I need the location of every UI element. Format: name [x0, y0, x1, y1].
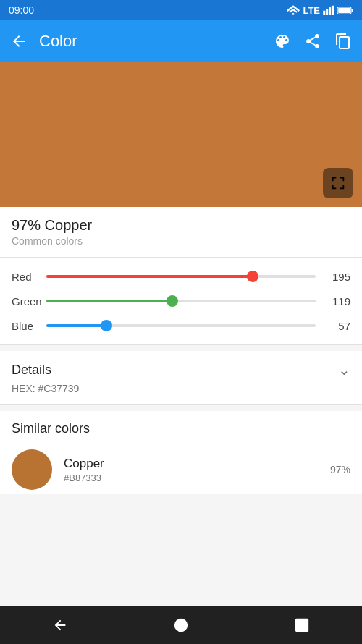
nav-back-button[interactable]	[38, 611, 83, 639]
app-bar-actions	[274, 33, 352, 50]
svg-rect-7	[338, 7, 350, 12]
red-track	[46, 275, 316, 278]
battery-icon	[337, 6, 353, 15]
svg-rect-2	[326, 9, 328, 15]
share-button[interactable]	[304, 33, 321, 50]
green-value: 119	[324, 295, 350, 308]
svg-point-8	[174, 619, 188, 632]
svg-point-0	[292, 13, 295, 15]
green-label: Green	[12, 295, 46, 308]
green-slider[interactable]	[46, 294, 316, 308]
palette-button[interactable]	[274, 33, 291, 50]
red-slider[interactable]	[46, 269, 316, 284]
signal-icon	[323, 5, 334, 15]
svg-rect-1	[323, 11, 325, 15]
svg-rect-9	[295, 619, 308, 632]
blue-track	[46, 324, 316, 327]
similar-colors-title: Similar colors	[12, 421, 350, 436]
svg-rect-4	[332, 6, 334, 15]
lte-label: LTE	[303, 5, 320, 16]
details-title: Details	[12, 363, 51, 378]
wifi-icon	[287, 5, 300, 15]
blue-slider-row: Blue 57	[12, 318, 350, 333]
red-thumb	[247, 271, 258, 282]
blue-fill	[46, 324, 106, 327]
app-bar-title: Color	[39, 32, 77, 51]
color-item-info: Copper #B87333	[64, 457, 319, 483]
details-header[interactable]: Details ⌄	[12, 361, 350, 378]
blue-slider[interactable]	[46, 318, 316, 333]
list-item[interactable]: Copper #B87333 97%	[12, 445, 350, 494]
sliders-section: Red 195 Green 119 Blue 57	[0, 258, 362, 344]
nav-home-button[interactable]	[159, 611, 203, 639]
divider-3	[0, 404, 362, 405]
status-icons: LTE	[287, 5, 353, 16]
back-button[interactable]	[10, 33, 28, 50]
chevron-down-icon: ⌄	[338, 361, 350, 378]
blue-label: Blue	[12, 320, 46, 332]
red-label: Red	[12, 271, 46, 283]
copy-button[interactable]	[334, 33, 352, 50]
divider-2	[0, 344, 362, 345]
app-bar-left: Color	[10, 32, 77, 51]
green-thumb	[167, 295, 178, 307]
svg-rect-6	[352, 9, 353, 12]
blue-thumb	[101, 320, 112, 331]
status-time: 09:00	[9, 4, 34, 16]
status-bar: 09:00 LTE	[0, 0, 362, 20]
blue-value: 57	[324, 320, 350, 332]
similar-colors-section: Similar colors Copper #B87333 97%	[0, 411, 362, 494]
expand-button[interactable]	[323, 168, 353, 198]
green-fill	[46, 300, 172, 302]
red-value: 195	[324, 271, 350, 283]
details-section: Details ⌄ HEX: #C37739	[0, 351, 362, 404]
color-item-hex: #B87333	[64, 473, 319, 483]
nav-recent-button[interactable]	[279, 611, 324, 639]
hex-value: HEX: #C37739	[12, 383, 350, 394]
color-preview	[0, 62, 362, 207]
app-bar: Color	[0, 20, 362, 62]
common-colors-label: Common colors	[12, 234, 350, 254]
svg-rect-3	[329, 7, 331, 15]
red-slider-row: Red 195	[12, 269, 350, 284]
color-circle	[12, 449, 52, 490]
color-similarity: 97%	[330, 464, 350, 475]
color-item-name: Copper	[64, 457, 319, 471]
green-track	[46, 300, 316, 302]
green-slider-row: Green 119	[12, 294, 350, 308]
color-name: 97% Copper	[12, 217, 350, 234]
color-name-section: 97% Copper Common colors	[0, 207, 362, 257]
red-fill	[46, 275, 253, 278]
bottom-nav	[0, 606, 362, 644]
